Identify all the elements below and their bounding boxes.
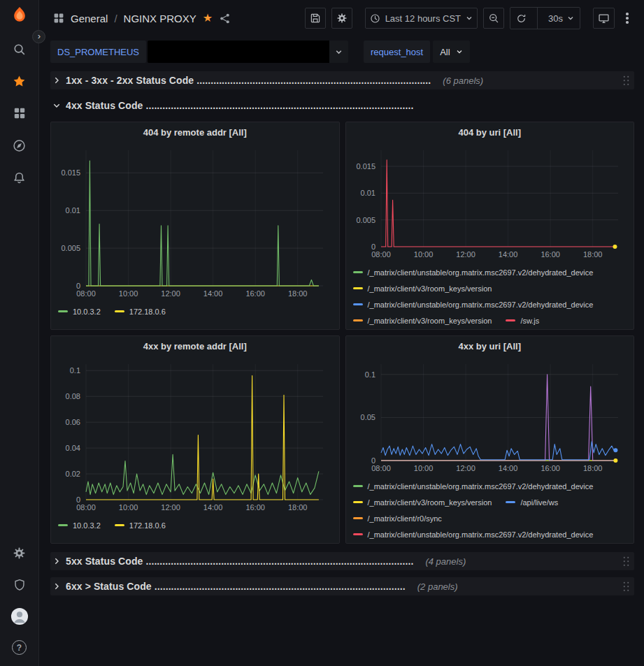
sidebar-item-alerting[interactable] (0, 161, 38, 194)
breadcrumb-section[interactable]: General (71, 13, 108, 24)
legend-item[interactable]: /_matrix/client/v3/room_keys/version (353, 317, 492, 325)
sidebar-collapse-button[interactable]: › (32, 30, 45, 43)
sidebar-item-explore[interactable] (0, 129, 38, 161)
sidebar-item-starred[interactable] (0, 65, 38, 97)
flame-icon (10, 6, 29, 24)
sidebar-item-dashboards[interactable] (0, 97, 38, 129)
svg-text:16:00: 16:00 (246, 503, 266, 512)
svg-text:10:00: 10:00 (414, 250, 434, 259)
sidebar-item-server-admin[interactable] (0, 569, 38, 600)
svg-text:0.01: 0.01 (66, 206, 80, 215)
kebab-menu-button[interactable] (620, 8, 634, 29)
main-area: General / NGINX PROXY ★ (39, 0, 644, 666)
legend: /_matrix/client/unstable/org.matrix.msc2… (346, 475, 634, 543)
share-icon[interactable] (219, 13, 231, 24)
panel-title[interactable]: 404 by uri [All] (346, 122, 634, 143)
legend-item[interactable]: 10.0.3.2 (58, 307, 101, 316)
row-drag-handle[interactable] (622, 75, 630, 87)
panel-404-by-uri: 404 by uri [All] 00.0050.010.01508:0010:… (345, 122, 635, 330)
request-host-value: All (440, 47, 450, 57)
legend-swatch (115, 524, 124, 526)
panel-title[interactable]: 4xx by uri [All] (346, 336, 634, 357)
legend-label: /_matrix/client/unstable/org.matrix.msc2… (368, 301, 594, 309)
legend-row: /_matrix/client/v3/room_keys/version/api… (353, 494, 627, 510)
request-host-select[interactable]: All (433, 41, 469, 63)
svg-text:16:00: 16:00 (246, 289, 266, 298)
favorite-star-icon[interactable]: ★ (203, 13, 213, 24)
legend-item[interactable]: /_matrix/client/unstable/org.matrix.msc2… (353, 268, 594, 277)
legend-item[interactable]: /_matrix/client/unstable/org.matrix.msc2… (353, 301, 594, 309)
svg-text:12:00: 12:00 (456, 464, 475, 472)
dashboard-settings-button[interactable] (331, 8, 352, 29)
gear-icon (336, 13, 348, 24)
legend-item[interactable]: /_matrix/client/r0/sync (353, 514, 442, 523)
legend-swatch (58, 310, 68, 312)
zoom-out-button[interactable] (483, 8, 504, 29)
breadcrumb-separator: / (114, 13, 117, 24)
datasource-select[interactable] (148, 41, 329, 63)
refresh-icon (516, 13, 527, 24)
legend-row: /_matrix/client/unstable/org.matrix.msc2… (353, 296, 627, 312)
dashboard-title[interactable]: NGINX PROXY (124, 13, 196, 24)
legend-label: /_matrix/client/unstable/org.matrix.msc2… (368, 268, 594, 277)
legend-swatch (58, 524, 68, 526)
divider (537, 8, 538, 29)
sidebar-item-profile[interactable] (0, 600, 38, 632)
variable-label-request-host: request_host (364, 41, 430, 63)
legend-swatch (353, 287, 363, 289)
legend-label: 172.18.0.6 (129, 521, 166, 530)
legend-item[interactable]: /api/live/ws (506, 498, 558, 507)
legend-swatch (353, 501, 363, 503)
refresh-button[interactable] (510, 8, 532, 29)
datasource-select-caret[interactable] (329, 41, 348, 63)
legend-label: /_matrix/client/r0/sync (368, 514, 442, 523)
svg-text:10:00: 10:00 (119, 289, 138, 298)
panel-404-by-remote-addr: 404 by remote addr [All] 00.0050.010.015… (50, 122, 340, 330)
time-series-chart[interactable]: 00.0050.010.01508:0010:0012:0014:0016:00… (350, 143, 629, 261)
legend-swatch (353, 485, 363, 487)
time-series-chart[interactable]: 00.050.108:0010:0012:0014:0016:0018:00 (350, 357, 629, 475)
legend-row: 10.0.3.2172.18.0.6 (58, 303, 332, 319)
row-title: 6xx > Status Code ......................… (66, 581, 406, 592)
row-drag-handle[interactable] (622, 581, 630, 593)
time-series-chart[interactable]: 00.0050.010.01508:0010:0012:0014:0016:00… (55, 143, 334, 300)
time-range-label: Last 12 hours CST (385, 13, 461, 24)
row-drag-handle[interactable] (622, 556, 630, 567)
dashboard-row-1xx-2xx-3xx[interactable]: 1xx - 3xx - 2xx Status Code ............… (50, 71, 634, 89)
legend-swatch (506, 319, 515, 321)
time-series-chart[interactable]: 00.020.040.060.080.108:0010:0012:0014:00… (55, 357, 334, 514)
kiosk-mode-button[interactable] (593, 8, 615, 29)
variable-label-datasource: DS_PROMETHEUS (50, 41, 146, 63)
legend-item[interactable]: /_matrix/client/unstable/org.matrix.msc2… (353, 482, 594, 491)
legend-item[interactable]: /_matrix/client/v3/room_keys/version (353, 498, 492, 507)
row-panel-count: (4 panels) (425, 556, 466, 567)
legend-label: 10.0.3.2 (73, 307, 101, 316)
dashboard-row-6xx[interactable]: 6xx > Status Code ......................… (50, 577, 634, 595)
legend-item[interactable]: /sw.js (506, 317, 539, 325)
time-range-picker[interactable]: Last 12 hours CST (365, 8, 478, 29)
panel-title[interactable]: 404 by remote addr [All] (51, 122, 339, 143)
panel-title[interactable]: 4xx by remote addr [All] (51, 336, 339, 357)
grafana-logo-icon[interactable] (10, 6, 29, 26)
legend: 10.0.3.2172.18.0.6 (51, 300, 339, 329)
sidebar: ? (0, 0, 39, 666)
legend-item[interactable]: 172.18.0.6 (115, 307, 166, 316)
legend-swatch (353, 533, 363, 535)
breadcrumb: General / NGINX PROXY ★ (53, 13, 231, 24)
svg-text:12:00: 12:00 (456, 250, 475, 259)
dashboard-row-4xx[interactable]: 4xx Status Code ........................… (50, 96, 634, 115)
dashboard-row-5xx[interactable]: 5xx Status Code ........................… (50, 552, 634, 570)
sidebar-item-help[interactable]: ? (0, 632, 38, 663)
gear-icon (13, 546, 26, 560)
save-dashboard-button[interactable] (305, 8, 326, 29)
legend-item[interactable]: /_matrix/client/unstable/org.matrix.msc2… (353, 530, 594, 539)
legend-item[interactable]: /_matrix/client/v3/room_keys/version (353, 284, 492, 293)
legend-item[interactable]: 10.0.3.2 (58, 521, 101, 530)
chevron-down-icon (52, 101, 61, 110)
sidebar-item-configuration[interactable] (0, 537, 38, 569)
refresh-interval-dropdown[interactable]: 30s (543, 8, 580, 29)
legend-label: /_matrix/client/unstable/org.matrix.msc2… (368, 482, 594, 491)
svg-text:12:00: 12:00 (162, 503, 181, 512)
legend-item[interactable]: 172.18.0.6 (115, 521, 166, 530)
svg-text:0.01: 0.01 (360, 189, 375, 197)
